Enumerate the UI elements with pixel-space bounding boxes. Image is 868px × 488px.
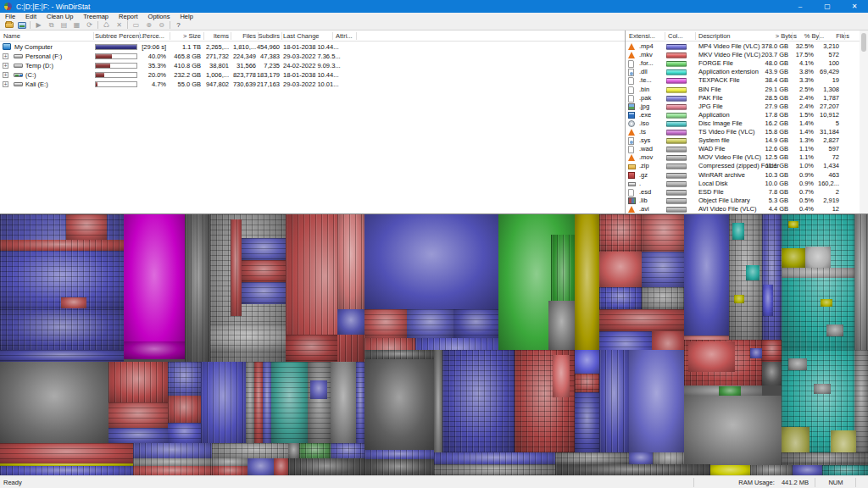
column-header-last-change[interactable]: Last Change — [283, 30, 320, 42]
treemap-block[interactable] — [337, 214, 364, 309]
extension-row[interactable]: .wadWAD File12.6 GB1.1%597 — [626, 145, 868, 153]
treemap-block[interactable] — [108, 402, 168, 428]
column-header-name[interactable]: Name — [3, 30, 20, 42]
select-drives-button[interactable] — [15, 20, 28, 30]
treemap-block[interactable] — [108, 428, 168, 443]
treemap-block[interactable] — [653, 452, 684, 464]
treemap-block[interactable] — [629, 350, 684, 452]
treemap-block[interactable] — [124, 214, 185, 359]
treemap-block[interactable] — [0, 350, 124, 362]
treemap-block[interactable] — [364, 214, 498, 309]
treemap-select-parent-button[interactable]: ▭ — [130, 20, 142, 30]
treemap-block[interactable] — [793, 465, 822, 475]
treemap-block[interactable] — [684, 214, 729, 336]
treemap-block[interactable] — [133, 443, 212, 458]
treemap-block[interactable] — [271, 362, 308, 443]
menu-edit[interactable]: Edit — [20, 13, 42, 20]
treemap-block[interactable] — [407, 309, 453, 338]
treemap-block[interactable] — [826, 324, 843, 336]
treemap-block[interactable] — [684, 396, 782, 465]
treemap-block[interactable] — [274, 458, 288, 475]
zoom-out-button[interactable]: ⊖ — [155, 20, 168, 30]
treemap-block[interactable] — [168, 396, 201, 423]
treemap-block[interactable] — [746, 265, 760, 280]
extension-row[interactable]: .mp4MP4 Video File (VLC)378.0 GB32.5%3,2… — [626, 42, 868, 51]
directory-row[interactable]: Kali (E:)4.7%55.0 GB947,802730,639217,16… — [0, 80, 625, 89]
treemap-block[interactable] — [788, 221, 798, 228]
treemap-block[interactable] — [762, 214, 782, 340]
treemap-block[interactable] — [575, 392, 599, 452]
extension-row[interactable]: .sysSystem file14.9 GB1.3%2,827 — [626, 136, 868, 145]
treemap-block[interactable] — [710, 465, 750, 475]
delete-button[interactable]: ✕ — [113, 20, 125, 30]
treemap-block[interactable] — [246, 362, 254, 443]
treemap-block[interactable] — [66, 214, 107, 240]
treemap-block[interactable] — [288, 443, 299, 458]
treemap-view[interactable] — [0, 214, 868, 475]
treemap-block[interactable] — [688, 341, 735, 372]
treemap-block[interactable] — [254, 362, 263, 443]
treemap-block[interactable] — [575, 374, 599, 392]
treemap-block[interactable] — [124, 341, 185, 359]
treemap-block[interactable] — [599, 350, 629, 452]
treemap-block[interactable] — [299, 443, 331, 458]
paste-button[interactable]: ▤ — [58, 20, 70, 30]
treemap-block[interactable] — [212, 458, 248, 466]
treemap-block[interactable] — [553, 355, 570, 397]
column-header-subdirs[interactable]: Subdirs — [259, 30, 280, 42]
column-header--by-[interactable]: % By... — [804, 30, 824, 42]
extension-row[interactable]: .aviAVI Video File (VLC)4.4 GB0.4%12 — [626, 205, 868, 214]
treemap-block[interactable] — [763, 285, 773, 316]
treemap-block[interactable] — [356, 362, 364, 443]
expand-icon[interactable] — [3, 72, 8, 78]
column-header--bytes[interactable]: > Bytes — [776, 30, 797, 42]
scrollbar-thumb[interactable] — [861, 33, 866, 52]
treemap-block[interactable] — [288, 458, 364, 475]
treemap-block[interactable] — [599, 214, 643, 252]
extension-row[interactable]: .jpgJPG File27.9 GB2.4%27,207 — [626, 103, 868, 111]
help-button[interactable]: ? — [172, 20, 185, 30]
treemap-block[interactable] — [0, 466, 133, 475]
refresh-selected-button[interactable]: ⟳ — [83, 20, 96, 30]
extension-row[interactable]: .gzWinRAR archive10.3 GB0.9%463 — [626, 171, 868, 180]
extension-row[interactable]: .mkvMKV Video File (VLC)203.7 GB17.5%572 — [626, 51, 868, 59]
treemap-block[interactable] — [643, 214, 684, 252]
treemap-block[interactable] — [331, 443, 364, 458]
treemap-block[interactable] — [0, 362, 108, 443]
treemap-block[interactable] — [0, 309, 124, 350]
zoom-in-button[interactable]: ⊕ — [142, 20, 155, 30]
treemap-block[interactable] — [822, 465, 868, 475]
treemap-block[interactable] — [555, 452, 629, 464]
menu-options[interactable]: Options — [143, 13, 175, 20]
treemap-block[interactable] — [434, 464, 555, 475]
treemap-block[interactable] — [168, 423, 201, 443]
extension-row[interactable]: .exeApplication17.8 GB1.5%10,912 — [626, 111, 868, 119]
treemap-block[interactable] — [212, 466, 248, 475]
column-header-items[interactable]: Items — [214, 30, 229, 42]
treemap-block[interactable] — [442, 350, 515, 452]
open-button[interactable] — [3, 20, 15, 30]
treemap-block[interactable] — [331, 362, 356, 443]
treemap-block[interactable] — [364, 450, 434, 459]
directory-row[interactable]: Temp (D:)35.3%410.8 GB38,80131,5667,2352… — [0, 61, 625, 70]
extension-row[interactable]: .tsTS Video File (VLC)15.8 GB1.4%31,184 — [626, 128, 868, 136]
treemap-block[interactable] — [434, 452, 555, 464]
treemap-block[interactable] — [599, 309, 684, 331]
extension-list-scrollbar[interactable] — [860, 30, 868, 214]
treemap-block[interactable] — [762, 340, 782, 362]
menu-file[interactable]: File — [0, 13, 20, 20]
extension-row[interactable]: .zipCompressed (zipped) Folder11.1 GB1.0… — [626, 162, 868, 170]
treemap-block[interactable] — [732, 223, 744, 240]
directory-row[interactable]: Personal (F:)40.0%465.8 GB271,732224,349… — [0, 52, 625, 61]
treemap-block[interactable] — [548, 301, 575, 350]
column-header-extensi-[interactable]: Extensi... — [629, 30, 655, 42]
resume-button[interactable]: ▶ — [32, 20, 45, 30]
treemap-block[interactable] — [750, 348, 762, 358]
treemap-block[interactable] — [762, 362, 782, 385]
column-header-description[interactable]: Description — [698, 30, 731, 42]
treemap-block[interactable] — [364, 359, 434, 450]
column-header-attri-[interactable]: Attri... — [336, 30, 353, 42]
treemap-block[interactable] — [814, 384, 831, 394]
extension-row[interactable]: .dllApplication extension43.9 GB3.8%69,4… — [626, 68, 868, 76]
treemap-block[interactable] — [242, 238, 286, 260]
